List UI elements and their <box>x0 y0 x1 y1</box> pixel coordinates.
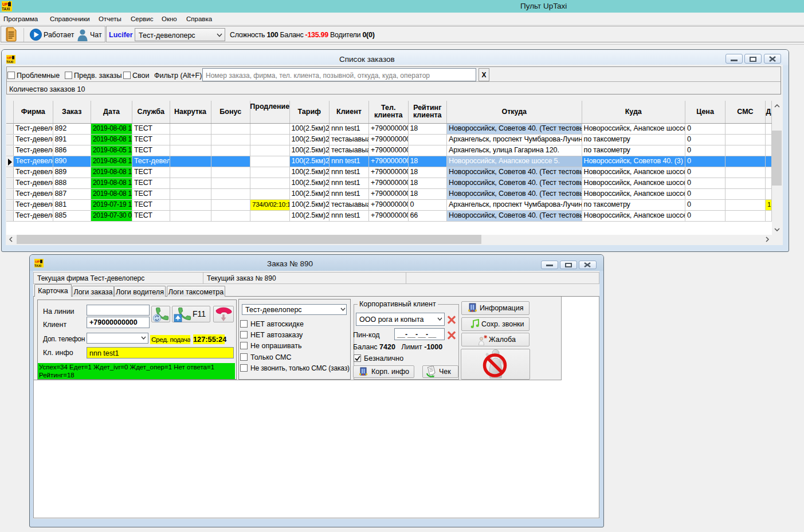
svg-text:TAXI: TAXI <box>34 264 42 267</box>
svg-text:UP: UP <box>2 2 8 6</box>
svg-text:UP: UP <box>7 56 11 60</box>
svg-text:TAXI: TAXI <box>6 60 14 64</box>
svg-text:UP: UP <box>35 260 40 263</box>
svg-text:TAXI: TAXI <box>2 7 10 11</box>
